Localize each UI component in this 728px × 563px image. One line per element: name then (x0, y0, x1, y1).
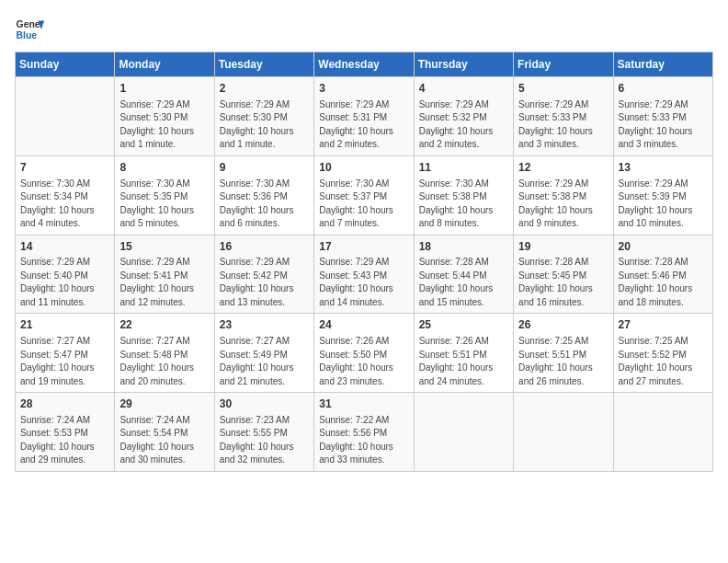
day-number: 29 (119, 396, 209, 412)
day-info: Sunrise: 7:28 AMSunset: 5:46 PMDaylight:… (619, 256, 708, 309)
svg-text:Blue: Blue (17, 30, 38, 40)
calendar-cell (414, 393, 513, 472)
calendar-cell: 22Sunrise: 7:27 AMSunset: 5:48 PMDayligh… (115, 314, 214, 393)
calendar-cell: 26Sunrise: 7:25 AMSunset: 5:51 PMDayligh… (514, 314, 613, 393)
day-info: Sunrise: 7:26 AMSunset: 5:50 PMDaylight:… (319, 335, 408, 388)
day-number: 5 (518, 81, 608, 97)
calendar-cell: 23Sunrise: 7:27 AMSunset: 5:49 PMDayligh… (214, 314, 313, 393)
day-number: 13 (619, 160, 708, 176)
day-info: Sunrise: 7:29 AMSunset: 5:43 PMDaylight:… (319, 256, 408, 309)
day-number: 27 (619, 317, 708, 333)
day-number: 2 (220, 81, 309, 97)
calendar-cell: 31Sunrise: 7:22 AMSunset: 5:56 PMDayligh… (314, 393, 414, 472)
day-number: 14 (20, 239, 109, 255)
calendar-table: SundayMondayTuesdayWednesdayThursdayFrid… (15, 52, 713, 472)
day-info: Sunrise: 7:29 AMSunset: 5:30 PMDaylight:… (220, 98, 309, 152)
day-info: Sunrise: 7:29 AMSunset: 5:32 PMDaylight:… (419, 98, 508, 152)
day-info: Sunrise: 7:30 AMSunset: 5:37 PMDaylight:… (319, 178, 408, 231)
calendar-cell: 19Sunrise: 7:28 AMSunset: 5:45 PMDayligh… (514, 235, 613, 314)
day-number: 11 (419, 160, 508, 176)
calendar-week-0: 1Sunrise: 7:29 AMSunset: 5:30 PMDaylight… (16, 77, 713, 156)
calendar-cell: 20Sunrise: 7:28 AMSunset: 5:46 PMDayligh… (613, 235, 712, 314)
weekday-saturday: Saturday (613, 52, 712, 77)
weekday-monday: Monday (115, 52, 214, 77)
calendar-cell: 28Sunrise: 7:24 AMSunset: 5:53 PMDayligh… (16, 393, 115, 472)
calendar-week-3: 21Sunrise: 7:27 AMSunset: 5:47 PMDayligh… (16, 314, 713, 393)
day-number: 24 (319, 317, 408, 333)
calendar-cell (16, 77, 115, 156)
logo: General Blue (15, 15, 44, 44)
day-number: 22 (119, 317, 209, 333)
day-number: 23 (220, 317, 309, 333)
calendar-cell: 5Sunrise: 7:29 AMSunset: 5:33 PMDaylight… (514, 77, 613, 156)
day-info: Sunrise: 7:30 AMSunset: 5:34 PMDaylight:… (20, 178, 109, 231)
day-info: Sunrise: 7:28 AMSunset: 5:45 PMDaylight:… (518, 256, 608, 309)
day-number: 9 (220, 160, 309, 176)
day-number: 31 (319, 396, 408, 412)
calendar-cell: 10Sunrise: 7:30 AMSunset: 5:37 PMDayligh… (314, 155, 414, 235)
day-info: Sunrise: 7:28 AMSunset: 5:44 PMDaylight:… (419, 256, 508, 309)
day-number: 26 (518, 317, 608, 333)
day-info: Sunrise: 7:29 AMSunset: 5:30 PMDaylight:… (119, 98, 209, 152)
day-info: Sunrise: 7:30 AMSunset: 5:38 PMDaylight:… (419, 178, 508, 231)
day-number: 7 (20, 160, 109, 176)
calendar-cell: 7Sunrise: 7:30 AMSunset: 5:34 PMDaylight… (16, 155, 115, 235)
day-number: 6 (619, 81, 708, 97)
calendar-cell: 15Sunrise: 7:29 AMSunset: 5:41 PMDayligh… (115, 235, 214, 314)
weekday-friday: Friday (514, 52, 613, 77)
day-info: Sunrise: 7:27 AMSunset: 5:49 PMDaylight:… (220, 335, 309, 388)
calendar-cell: 14Sunrise: 7:29 AMSunset: 5:40 PMDayligh… (16, 235, 115, 314)
day-number: 10 (319, 160, 408, 176)
calendar-cell: 9Sunrise: 7:30 AMSunset: 5:36 PMDaylight… (214, 155, 313, 235)
day-number: 16 (220, 239, 309, 255)
day-info: Sunrise: 7:24 AMSunset: 5:53 PMDaylight:… (20, 414, 109, 467)
day-info: Sunrise: 7:27 AMSunset: 5:47 PMDaylight:… (20, 335, 109, 388)
calendar-body: 1Sunrise: 7:29 AMSunset: 5:30 PMDaylight… (16, 77, 713, 472)
day-number: 19 (518, 239, 608, 255)
day-info: Sunrise: 7:24 AMSunset: 5:54 PMDaylight:… (119, 414, 209, 467)
calendar-cell: 13Sunrise: 7:29 AMSunset: 5:39 PMDayligh… (613, 155, 712, 235)
calendar-cell: 16Sunrise: 7:29 AMSunset: 5:42 PMDayligh… (214, 235, 313, 314)
weekday-sunday: Sunday (16, 52, 115, 77)
weekday-thursday: Thursday (414, 52, 513, 77)
calendar-cell: 17Sunrise: 7:29 AMSunset: 5:43 PMDayligh… (314, 235, 414, 314)
calendar-week-4: 28Sunrise: 7:24 AMSunset: 5:53 PMDayligh… (16, 393, 713, 472)
logo-icon: General Blue (15, 15, 44, 44)
day-number: 18 (419, 239, 508, 255)
page-header: General Blue (15, 15, 713, 44)
day-info: Sunrise: 7:23 AMSunset: 5:55 PMDaylight:… (220, 414, 309, 467)
calendar-cell: 11Sunrise: 7:30 AMSunset: 5:38 PMDayligh… (414, 155, 513, 235)
calendar-cell: 6Sunrise: 7:29 AMSunset: 5:33 PMDaylight… (613, 77, 712, 156)
day-number: 8 (119, 160, 209, 176)
calendar-cell: 3Sunrise: 7:29 AMSunset: 5:31 PMDaylight… (314, 77, 414, 156)
day-number: 15 (119, 239, 209, 255)
calendar-week-2: 14Sunrise: 7:29 AMSunset: 5:40 PMDayligh… (16, 235, 713, 314)
calendar-cell (514, 393, 613, 472)
day-info: Sunrise: 7:29 AMSunset: 5:39 PMDaylight:… (619, 178, 708, 231)
weekday-wednesday: Wednesday (314, 52, 414, 77)
calendar-cell: 4Sunrise: 7:29 AMSunset: 5:32 PMDaylight… (414, 77, 513, 156)
day-number: 20 (619, 239, 708, 255)
day-number: 17 (319, 239, 408, 255)
calendar-cell: 8Sunrise: 7:30 AMSunset: 5:35 PMDaylight… (115, 155, 214, 235)
calendar-cell: 27Sunrise: 7:25 AMSunset: 5:52 PMDayligh… (613, 314, 712, 393)
day-number: 28 (20, 396, 109, 412)
day-info: Sunrise: 7:25 AMSunset: 5:52 PMDaylight:… (619, 335, 708, 388)
calendar-cell: 30Sunrise: 7:23 AMSunset: 5:55 PMDayligh… (214, 393, 313, 472)
day-number: 1 (119, 81, 209, 97)
calendar-week-1: 7Sunrise: 7:30 AMSunset: 5:34 PMDaylight… (16, 155, 713, 235)
day-number: 25 (419, 317, 508, 333)
day-info: Sunrise: 7:30 AMSunset: 5:36 PMDaylight:… (220, 178, 309, 231)
day-number: 30 (220, 396, 309, 412)
day-number: 21 (20, 317, 109, 333)
day-info: Sunrise: 7:29 AMSunset: 5:33 PMDaylight:… (518, 98, 608, 152)
day-info: Sunrise: 7:22 AMSunset: 5:56 PMDaylight:… (319, 414, 408, 467)
day-number: 3 (319, 81, 408, 97)
day-info: Sunrise: 7:25 AMSunset: 5:51 PMDaylight:… (518, 335, 608, 388)
calendar-cell: 12Sunrise: 7:29 AMSunset: 5:38 PMDayligh… (514, 155, 613, 235)
day-number: 12 (518, 160, 608, 176)
day-info: Sunrise: 7:29 AMSunset: 5:40 PMDaylight:… (20, 256, 109, 309)
day-info: Sunrise: 7:30 AMSunset: 5:35 PMDaylight:… (119, 178, 209, 231)
calendar-cell: 25Sunrise: 7:26 AMSunset: 5:51 PMDayligh… (414, 314, 513, 393)
calendar-cell: 2Sunrise: 7:29 AMSunset: 5:30 PMDaylight… (214, 77, 313, 156)
